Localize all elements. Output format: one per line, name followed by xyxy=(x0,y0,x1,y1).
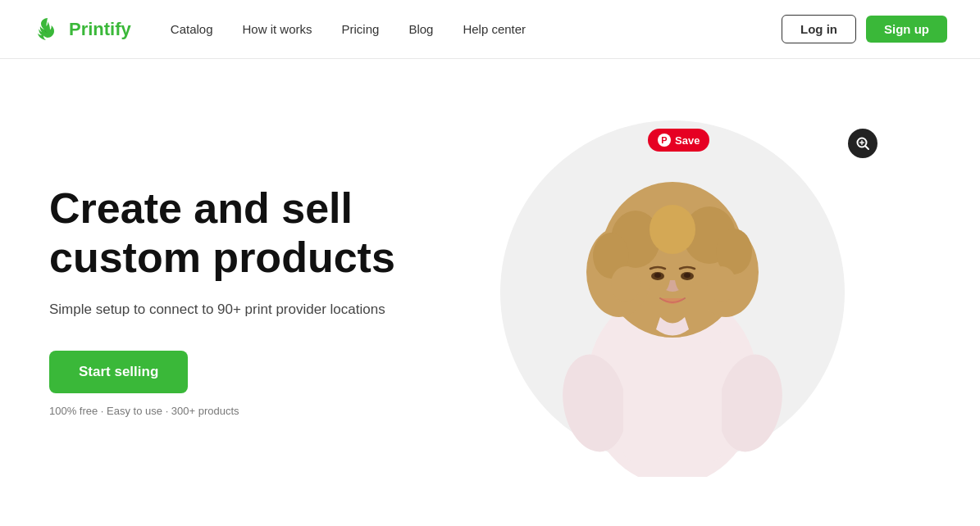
start-selling-button[interactable]: Start selling xyxy=(49,351,188,393)
pinterest-save-button[interactable]: P Save xyxy=(648,129,709,152)
nav-pricing[interactable]: Pricing xyxy=(342,22,380,36)
signup-button[interactable]: Sign up xyxy=(866,16,947,43)
svg-rect-24 xyxy=(623,338,722,460)
hero-title: Create and sellcustom products xyxy=(49,184,476,283)
search-icon[interactable] xyxy=(848,129,877,158)
hero-content: Create and sellcustom products Simple se… xyxy=(49,168,476,418)
svg-point-17 xyxy=(707,266,736,302)
nav-catalog[interactable]: Catalog xyxy=(171,22,213,36)
nav-blog[interactable]: Blog xyxy=(408,22,433,36)
svg-point-21 xyxy=(684,273,691,278)
logo-text: Printify xyxy=(69,19,131,40)
svg-point-16 xyxy=(611,266,640,302)
hero-person-illustration xyxy=(513,108,832,477)
svg-line-1 xyxy=(866,147,869,150)
nav-how-it-works[interactable]: How it works xyxy=(243,22,312,36)
main-nav: Catalog How it works Pricing Blog Help c… xyxy=(171,22,782,36)
hero-badges: 100% free · Easy to use · 300+ products xyxy=(49,405,476,417)
hero-section: Create and sellcustom products Simple se… xyxy=(0,59,980,526)
svg-point-20 xyxy=(654,273,661,278)
pinterest-icon: P xyxy=(658,134,671,147)
logo-link[interactable]: Printify xyxy=(33,15,131,44)
login-button[interactable]: Log in xyxy=(782,15,856,43)
pinterest-save-label: Save xyxy=(675,134,700,147)
hero-subtitle: Simple setup to connect to 90+ print pro… xyxy=(49,302,476,318)
header-actions: Log in Sign up xyxy=(782,15,947,43)
svg-point-13 xyxy=(650,205,695,254)
nav-help-center[interactable]: Help center xyxy=(463,22,526,36)
hero-image-area: P Save xyxy=(476,96,869,489)
header: Printify Catalog How it works Pricing Bl… xyxy=(0,0,980,59)
logo-icon xyxy=(33,15,62,44)
